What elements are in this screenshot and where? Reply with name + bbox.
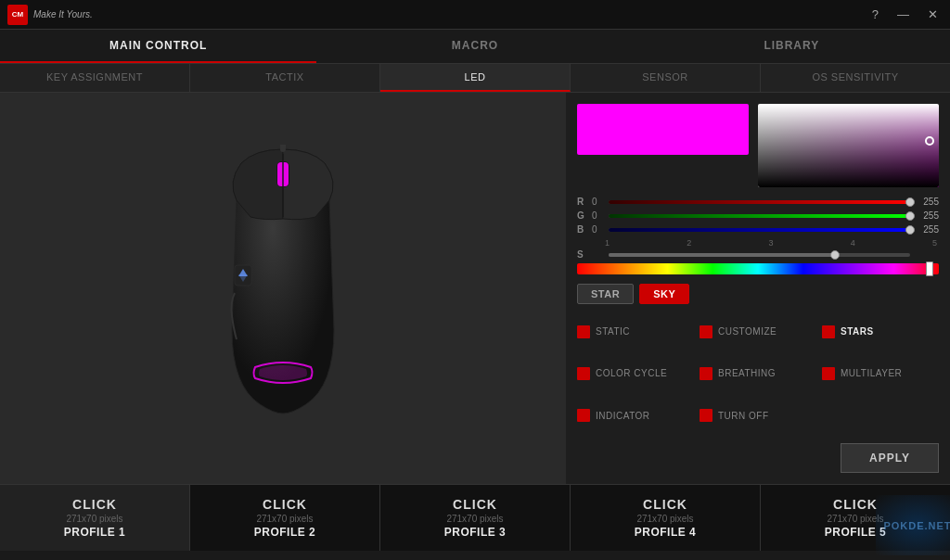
color-cycle-label: COLOR CYCLE xyxy=(596,368,667,378)
red-slider[interactable] xyxy=(609,200,910,204)
tab-main-control[interactable]: MAIN CONTROL xyxy=(0,30,316,63)
color-top-section xyxy=(577,104,939,187)
logo-icon: CM xyxy=(7,5,28,25)
profile-1-item[interactable]: CLICK 271x70 pixels PROFILE 1 xyxy=(0,485,190,551)
customize-label: CUSTOMIZE xyxy=(718,326,777,337)
star-mode-button[interactable]: STAR xyxy=(577,284,634,304)
subtab-os-sensitivity[interactable]: OS SENSITIVITY xyxy=(761,64,950,92)
blue-slider[interactable] xyxy=(609,228,910,232)
mouse-image xyxy=(176,145,390,432)
spectrum-bar[interactable] xyxy=(577,263,939,274)
s-slider[interactable] xyxy=(609,253,910,257)
profile-5-click: CLICK xyxy=(833,497,878,512)
turn-off-dot xyxy=(700,409,712,422)
s-slider-row: S xyxy=(577,249,939,260)
led-effect-static[interactable]: STATIC xyxy=(577,313,694,350)
sky-mode-button[interactable]: SKY xyxy=(639,284,689,304)
led-effect-indicator[interactable]: INDICATOR xyxy=(577,398,694,434)
apply-section: APPLY xyxy=(577,443,939,473)
breathing-dot xyxy=(700,367,712,380)
profile-5-pixels: 271x70 pixels xyxy=(827,514,883,524)
blue-value: 255 xyxy=(916,224,939,235)
indicator-label: INDICATOR xyxy=(596,411,650,421)
subtab-led[interactable]: LED xyxy=(380,64,571,92)
profile-3-pixels: 271x70 pixels xyxy=(446,514,503,524)
apply-button[interactable]: APPLY xyxy=(841,443,939,473)
indicator-dot xyxy=(577,409,590,422)
profile-2-click: CLICK xyxy=(263,497,307,512)
help-button[interactable]: ? xyxy=(867,6,883,23)
profile-bar: CLICK 271x70 pixels PROFILE 1 CLICK 271x… xyxy=(0,484,950,551)
static-label: STATIC xyxy=(596,326,630,337)
profile-3-name: PROFILE 3 xyxy=(444,526,507,539)
profile-4-item[interactable]: CLICK 271x70 pixels PROFILE 4 xyxy=(571,485,761,551)
led-effect-stars[interactable]: STARS xyxy=(822,313,939,350)
green-slider-row: G 0 255 xyxy=(577,210,939,221)
color-gradient-picker[interactable] xyxy=(758,104,939,187)
profile-4-pixels: 271x70 pixels xyxy=(636,514,693,524)
multilayer-label: MULTILAYER xyxy=(841,368,902,378)
profile-5-name: PROFILE 5 xyxy=(825,526,887,539)
red-value: 255 xyxy=(916,197,939,207)
green-slider[interactable] xyxy=(609,214,910,218)
profile-5-item[interactable]: CLICK 271x70 pixels PROFILE 5 POKDE.NET xyxy=(761,485,950,551)
close-button[interactable]: ✕ xyxy=(923,6,943,23)
subtab-tactix[interactable]: TactiX xyxy=(190,64,380,92)
logo-tagline: Make It Yours. xyxy=(33,9,93,19)
profile-1-click: CLICK xyxy=(72,497,117,512)
profile-1-name: PROFILE 1 xyxy=(64,526,126,539)
profile-4-name: PROFILE 4 xyxy=(635,526,697,539)
mouse-display-area xyxy=(0,93,566,484)
blue-slider-row: B 0 255 xyxy=(577,224,939,235)
gradient-cursor xyxy=(925,136,934,146)
led-effects-grid: STATIC CUSTOMIZE STARS COLOR CYCLE BREAT… xyxy=(577,313,939,434)
subtab-sensor[interactable]: SENSOR xyxy=(571,64,761,92)
green-label: G xyxy=(577,210,586,221)
led-effect-color-cycle[interactable]: COLOR CYCLE xyxy=(577,355,694,391)
led-effect-breathing[interactable]: BREATHING xyxy=(700,355,816,391)
right-panel: R 0 255 G 0 255 B 0 xyxy=(566,93,950,484)
profile-2-name: PROFILE 2 xyxy=(254,526,316,539)
titlebar: CM Make It Yours. ? — ✕ xyxy=(0,0,950,30)
profile-1-pixels: 271x70 pixels xyxy=(66,514,122,524)
blue-label: B xyxy=(577,224,586,235)
s-label: S xyxy=(577,249,586,260)
profile-2-pixels: 271x70 pixels xyxy=(256,514,313,524)
spectrum-cursor xyxy=(926,261,933,276)
sub-tabs: KEY ASSIGNMENT TactiX LED SENSOR OS SENS… xyxy=(0,64,950,93)
profile-4-click: CLICK xyxy=(643,497,687,512)
tab-library[interactable]: LIBRARY xyxy=(634,30,950,63)
color-cycle-dot xyxy=(577,367,590,380)
subtab-key-assignment[interactable]: KEY ASSIGNMENT xyxy=(0,64,190,92)
app-logo: CM Make It Yours. xyxy=(7,5,93,25)
stars-label: STARS xyxy=(841,326,874,337)
turn-off-label: TURN OFF xyxy=(718,411,769,421)
led-effect-turn-off[interactable]: TURN OFF xyxy=(700,398,816,434)
led-effect-customize[interactable]: CUSTOMIZE xyxy=(700,313,816,350)
tab-macro[interactable]: MACRO xyxy=(316,30,633,63)
color-sliders: R 0 255 G 0 255 B 0 xyxy=(577,197,939,274)
content-area: R 0 255 G 0 255 B 0 xyxy=(0,93,950,484)
customize-dot xyxy=(700,325,712,338)
profile-3-click: CLICK xyxy=(453,497,497,512)
red-label: R xyxy=(577,197,586,207)
s-marks: 12345 xyxy=(603,238,939,248)
multilayer-dot xyxy=(822,367,835,380)
window-controls: ? — ✕ xyxy=(867,6,943,23)
main-tabs: MAIN CONTROL MACRO LIBRARY xyxy=(0,30,950,64)
minimize-button[interactable]: — xyxy=(892,6,914,23)
mode-buttons: STAR SKY xyxy=(577,284,939,304)
profile-2-item[interactable]: CLICK 271x70 pixels PROFILE 2 xyxy=(190,485,380,551)
green-value: 255 xyxy=(916,210,939,221)
profile-3-item[interactable]: CLICK 271x70 pixels PROFILE 3 xyxy=(380,485,571,551)
stars-dot xyxy=(822,325,835,338)
red-slider-row: R 0 255 xyxy=(577,197,939,207)
breathing-label: BREATHING xyxy=(718,368,776,378)
led-effect-multilayer[interactable]: MULTILAYER xyxy=(822,355,939,391)
static-dot xyxy=(577,325,590,338)
color-preview xyxy=(577,104,749,155)
